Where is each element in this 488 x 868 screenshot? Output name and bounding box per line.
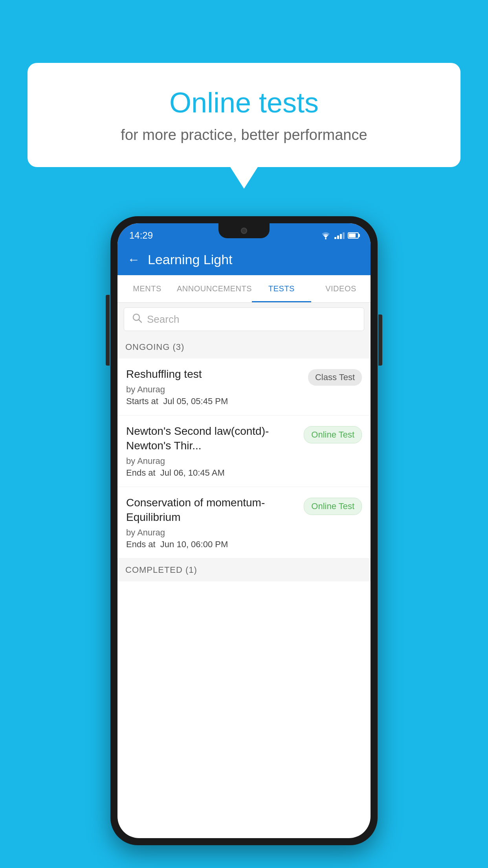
tab-videos[interactable]: VIDEOS	[311, 275, 371, 302]
ongoing-section-title: ONGOING (3)	[125, 342, 184, 352]
phone-outer: 14:29	[110, 216, 378, 845]
test-badge-2: Online Test	[304, 426, 362, 443]
speech-bubble: Online tests for more practice, better p…	[28, 63, 460, 167]
test-name-2: Newton's Second law(contd)-Newton's Thir…	[126, 424, 298, 453]
completed-section-header: COMPLETED (1)	[117, 559, 371, 581]
search-bar[interactable]: Search	[124, 307, 364, 331]
test-list: Reshuffling test by Anurag Starts at Jul…	[117, 359, 371, 559]
battery-icon	[348, 232, 359, 239]
test-item-1[interactable]: Reshuffling test by Anurag Starts at Jul…	[117, 359, 371, 416]
test-info-2: Newton's Second law(contd)-Newton's Thir…	[126, 424, 304, 478]
app-bar: ← Learning Light	[117, 244, 371, 275]
phone-notch	[218, 223, 270, 238]
search-input-placeholder: Search	[147, 313, 179, 326]
ongoing-section-header: ONGOING (3)	[117, 336, 371, 359]
speech-bubble-subtitle: for more practice, better performance	[59, 127, 429, 143]
test-time-1: Starts at Jul 05, 05:45 PM	[126, 396, 302, 406]
test-item-2[interactable]: Newton's Second law(contd)-Newton's Thir…	[117, 416, 371, 487]
back-button[interactable]: ←	[127, 252, 140, 267]
test-author-2: by Anurag	[126, 456, 298, 466]
speech-bubble-container: Online tests for more practice, better p…	[28, 63, 460, 189]
search-container: Search	[117, 303, 371, 336]
test-name-3: Conservation of momentum-Equilibrium	[126, 496, 298, 524]
completed-section-title: COMPLETED (1)	[125, 565, 197, 575]
test-badge-1: Class Test	[308, 369, 362, 386]
status-icons	[320, 232, 359, 239]
test-info-3: Conservation of momentum-Equilibrium by …	[126, 496, 304, 550]
phone-mockup: 14:29	[110, 216, 378, 845]
tab-ments[interactable]: MENTS	[117, 275, 177, 302]
content-area: Search ONGOING (3) Reshuffling test by A…	[117, 303, 371, 838]
test-name-1: Reshuffling test	[126, 367, 302, 381]
svg-point-0	[325, 238, 327, 239]
speech-bubble-title: Online tests	[59, 86, 429, 119]
tab-tests[interactable]: TESTS	[252, 275, 311, 302]
signal-bars-icon	[334, 232, 345, 239]
test-time-2: Ends at Jul 06, 10:45 AM	[126, 468, 298, 478]
svg-line-2	[139, 320, 141, 322]
wifi-icon	[320, 232, 331, 239]
test-author-3: by Anurag	[126, 528, 298, 538]
tab-bar: MENTS ANNOUNCEMENTS TESTS VIDEOS	[117, 275, 371, 303]
app-bar-title: Learning Light	[148, 252, 233, 267]
camera-dot	[241, 228, 247, 234]
test-time-3: Ends at Jun 10, 06:00 PM	[126, 539, 298, 550]
phone-inner: 14:29	[117, 223, 371, 838]
test-info-1: Reshuffling test by Anurag Starts at Jul…	[126, 367, 308, 406]
test-item-3[interactable]: Conservation of momentum-Equilibrium by …	[117, 487, 371, 559]
test-badge-3: Online Test	[304, 498, 362, 515]
speech-bubble-tail	[230, 167, 258, 189]
status-time: 14:29	[129, 230, 153, 241]
search-icon	[132, 313, 142, 326]
test-author-1: by Anurag	[126, 384, 302, 395]
tab-announcements[interactable]: ANNOUNCEMENTS	[177, 275, 252, 302]
